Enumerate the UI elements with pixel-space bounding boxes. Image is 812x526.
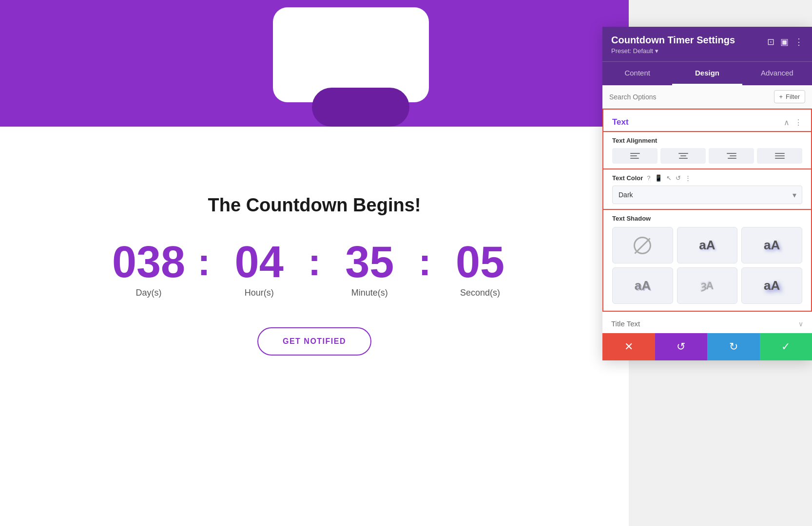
align-left-button[interactable]	[612, 148, 657, 164]
timer-unit-days: 038 Day(s)	[105, 240, 193, 298]
countdown-section: The Countdown Begins! 038 Day(s) : 04 Ho…	[0, 136, 629, 356]
align-right-button[interactable]	[709, 148, 754, 164]
shadow-preview-2: aA	[764, 238, 780, 253]
timer-days-label: Day(s)	[136, 288, 162, 298]
shadow-preview-3: aA	[635, 278, 651, 293]
color-device-icon[interactable]: 📱	[655, 174, 662, 182]
timer-hours-label: Hour(s)	[245, 288, 274, 298]
timer-colon-3: :	[418, 243, 431, 296]
layout-icon[interactable]: ▣	[780, 37, 789, 47]
tab-content[interactable]: Content	[602, 62, 672, 85]
panel-body: Text ∧ ⋮ Text Alignment	[602, 109, 812, 360]
countdown-timer: 038 Day(s) : 04 Hour(s) : 35 Minute(s) :…	[0, 240, 629, 298]
search-input[interactable]	[609, 93, 774, 101]
panel-title: Countdown Timer Settings	[611, 35, 735, 46]
text-section-header: Text ∧ ⋮	[602, 109, 812, 132]
countdown-title: The Countdown Begins!	[0, 195, 629, 216]
text-section-title: Text	[612, 117, 629, 127]
header-blob	[312, 88, 409, 127]
timer-seconds-number: 05	[456, 240, 504, 284]
shadow-label: Text Shadow	[612, 215, 802, 222]
collapse-icon[interactable]: ∧	[784, 118, 790, 127]
alignment-label: Text Alignment	[612, 137, 802, 144]
filter-button[interactable]: + Filter	[774, 90, 805, 103]
timer-hours-number: 04	[235, 240, 284, 284]
alignment-buttons	[612, 148, 802, 164]
panel-search-bar: + Filter	[602, 85, 812, 109]
color-label: Text Color	[612, 174, 643, 182]
title-text-section[interactable]: Title Text ∨	[602, 312, 812, 336]
shadow-option-5[interactable]: aA	[741, 267, 802, 304]
align-justify-button[interactable]	[757, 148, 802, 164]
panel-header-icons: ⊡ ▣ ⋮	[767, 37, 803, 47]
shadow-option-4[interactable]: ȝA	[677, 267, 738, 304]
text-shadow-row: Text Shadow aA aA aA	[602, 210, 812, 312]
shadow-grid: aA aA aA ȝA aA	[612, 227, 802, 304]
color-select[interactable]: Dark Light	[612, 186, 802, 204]
save-button[interactable]: ✓	[760, 333, 812, 360]
shadow-option-1[interactable]: aA	[677, 227, 738, 263]
color-more-icon[interactable]: ⋮	[685, 174, 691, 182]
shadow-preview-4: ȝA	[701, 280, 714, 292]
section-more-icon[interactable]: ⋮	[794, 118, 802, 127]
tab-advanced[interactable]: Advanced	[742, 62, 812, 85]
timer-seconds-label: Second(s)	[460, 288, 500, 298]
cancel-button[interactable]: ✕	[602, 333, 655, 360]
title-text-label: Title Text	[611, 319, 640, 328]
text-alignment-row: Text Alignment	[602, 132, 812, 169]
shadow-preview-5: aA	[764, 278, 780, 293]
timer-unit-minutes: 35 Minute(s)	[326, 240, 413, 298]
panel-tabs: Content Design Advanced	[602, 61, 812, 85]
cancel-icon: ✕	[624, 340, 633, 353]
color-help-icon[interactable]: ?	[647, 174, 650, 182]
timer-colon-2: :	[308, 243, 321, 296]
notify-button[interactable]: GET NOTIFIED	[257, 327, 371, 356]
text-color-row: Text Color ? 📱 ↖ ↺ ⋮ Dark Light	[602, 169, 812, 210]
undo-button[interactable]: ↺	[655, 333, 708, 360]
settings-panel: Countdown Timer Settings Preset: Default…	[602, 27, 812, 360]
color-label-row: Text Color ? 📱 ↖ ↺ ⋮	[612, 174, 802, 182]
timer-minutes-label: Minute(s)	[351, 288, 388, 298]
section-header-icons: ∧ ⋮	[784, 118, 802, 127]
tab-design[interactable]: Design	[672, 62, 742, 85]
shadow-option-3[interactable]: aA	[612, 267, 673, 304]
page-header	[0, 0, 629, 127]
timer-unit-hours: 04 Hour(s)	[215, 240, 303, 298]
shadow-preview-1: aA	[699, 238, 715, 253]
timer-days-number: 038	[112, 240, 185, 284]
more-icon[interactable]: ⋮	[794, 37, 803, 47]
wireframe-icon[interactable]: ⊡	[767, 37, 774, 47]
timer-colon-1: :	[197, 243, 211, 296]
shadow-option-2[interactable]: aA	[741, 227, 802, 263]
shadow-option-none[interactable]	[612, 227, 673, 263]
no-shadow-icon	[634, 237, 651, 254]
action-bar: ✕ ↺ ↻ ✓	[602, 333, 812, 360]
canvas-area: The Countdown Begins! 038 Day(s) : 04 Ho…	[0, 0, 629, 526]
redo-icon: ↻	[729, 340, 738, 353]
timer-minutes-number: 35	[345, 240, 394, 284]
panel-title-block: Countdown Timer Settings Preset: Default…	[611, 35, 735, 55]
panel-preset[interactable]: Preset: Default ▾	[611, 47, 735, 55]
undo-icon: ↺	[677, 340, 685, 353]
color-cursor-icon[interactable]: ↖	[666, 174, 672, 182]
filter-plus-icon: +	[779, 93, 783, 100]
title-text-chevron: ∨	[798, 320, 803, 328]
color-reset-icon[interactable]: ↺	[676, 174, 681, 182]
save-icon: ✓	[781, 340, 790, 353]
redo-button[interactable]: ↻	[707, 333, 760, 360]
align-center-button[interactable]	[660, 148, 706, 164]
timer-unit-seconds: 05 Second(s)	[436, 240, 524, 298]
filter-label: Filter	[786, 93, 800, 100]
panel-header: Countdown Timer Settings Preset: Default…	[602, 27, 812, 61]
color-select-wrapper: Dark Light	[612, 186, 802, 204]
